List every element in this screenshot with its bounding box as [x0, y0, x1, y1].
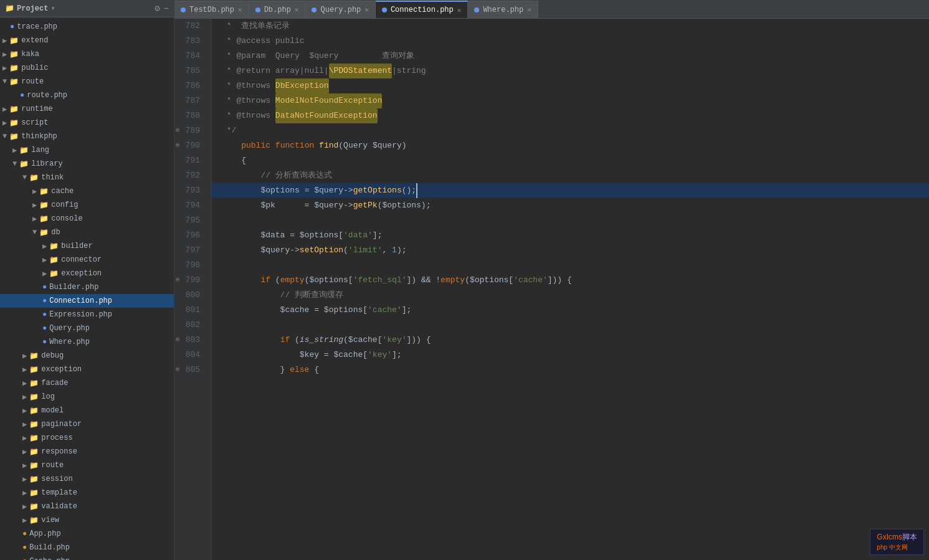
tab-label: Db.php — [264, 6, 291, 14]
sidebar-item-label: paginator — [41, 420, 82, 429]
sidebar-item-label: script — [21, 118, 48, 127]
sidebar-item-lang[interactable]: ▶ 📁 lang — [0, 143, 174, 157]
sidebar-item-kaka[interactable]: ▶ 📁 kaka — [0, 47, 174, 61]
sidebar-item-builder-php[interactable]: ● Builder.php — [0, 280, 174, 294]
editor-area: 782 783 784 785 786 787 788 ⊖ 789 ⊖ 790 … — [174, 19, 929, 560]
sidebar-item-builder[interactable]: ▶ 📁 builder — [0, 239, 174, 253]
tab-label: Where.php — [483, 6, 523, 14]
sidebar-item-build-php[interactable]: ● Build.php — [0, 541, 174, 554]
tab-query[interactable]: Query.php ✕ — [305, 1, 375, 18]
sidebar-item-debug[interactable]: ▶ 📁 debug — [0, 349, 174, 363]
sidebar-item-thinkphp[interactable]: ▼ 📁 thinkphp — [0, 130, 174, 143]
sidebar-item-db[interactable]: ▼ 📁 db — [0, 225, 174, 239]
folder-icon: 📁 — [29, 434, 39, 443]
tab-testdb[interactable]: TestDb.php ✕ — [174, 1, 249, 18]
sidebar-item-script[interactable]: ▶ 📁 script — [0, 116, 174, 130]
line-num-782: 782 — [174, 19, 205, 34]
sidebar-item-validate[interactable]: ▶ 📁 validate — [0, 500, 174, 513]
sidebar-item-route2[interactable]: ▶ 📁 route — [0, 458, 174, 472]
sidebar-item-route-php[interactable]: ● route.php — [0, 88, 174, 102]
sidebar-item-extend[interactable]: ▶ 📁 extend — [0, 34, 174, 47]
sidebar-item-response[interactable]: ▶ 📁 response — [0, 445, 174, 458]
sidebar-item-facade[interactable]: ▶ 📁 facade — [0, 376, 174, 390]
sidebar-item-console[interactable]: ▶ 📁 console — [0, 212, 174, 225]
sidebar-item-label: view — [41, 516, 59, 524]
sidebar-item-library[interactable]: ▼ 📁 library — [0, 157, 174, 171]
chevron-right-icon: ▶ — [22, 461, 27, 470]
sidebar-item-label: db — [51, 228, 60, 237]
sidebar-item-model[interactable]: ▶ 📁 model — [0, 404, 174, 417]
line-num-799: ⊖ 799 — [174, 273, 205, 288]
tab-close-connection[interactable]: ✕ — [457, 6, 462, 14]
sidebar-item-label: kaka — [21, 50, 39, 59]
sidebar-item-query-php[interactable]: ● Query.php — [0, 321, 174, 335]
sidebar-item-process[interactable]: ▶ 📁 process — [0, 431, 174, 445]
chevron-right-icon: ▶ — [22, 516, 27, 525]
chevron-right-icon: ▶ — [32, 201, 37, 210]
fold-icon[interactable]: ⊖ — [176, 333, 179, 348]
sidebar-item-view[interactable]: ▶ 📁 view — [0, 513, 174, 527]
sidebar-item-connector[interactable]: ▶ 📁 connector — [0, 253, 174, 267]
chevron-right-icon: ▶ — [2, 36, 7, 45]
chevron-down-icon: ▼ — [2, 77, 7, 86]
tab-close-query[interactable]: ✕ — [364, 6, 369, 14]
sidebar-item-paginator[interactable]: ▶ 📁 paginator — [0, 417, 174, 431]
code-comment: * @throws — [222, 108, 275, 123]
settings-icon[interactable]: ⚙ — [155, 3, 160, 14]
code-comment: * 查找单条记录 — [222, 19, 290, 34]
sidebar-item-label: Builder.php — [49, 283, 98, 292]
tab-close-db[interactable]: ✕ — [295, 6, 299, 14]
minimize-icon[interactable]: − — [164, 4, 169, 14]
code-comment: * @throws — [222, 78, 275, 93]
sidebar-item-cache[interactable]: ▶ 📁 cache — [0, 184, 174, 198]
chevron-right-icon: ▶ — [22, 434, 27, 443]
folder-icon: 📁 — [29, 475, 39, 484]
line-num-790: ⊖ 790 — [174, 138, 205, 153]
folder-icon: 📁 — [9, 64, 19, 73]
sidebar-item-label: exception — [61, 269, 102, 278]
folder-icon: 📁 — [39, 201, 49, 210]
sidebar-item-think[interactable]: ▼ 📁 think — [0, 171, 174, 184]
code-line-799: if (empty($options['fetch_sql']) && !emp… — [212, 273, 929, 288]
tab-close-testdb[interactable]: ✕ — [238, 6, 242, 14]
code-area[interactable]: * 查找单条记录 * @access public * @param Query… — [212, 19, 929, 560]
sidebar-item-log[interactable]: ▶ 📁 log — [0, 390, 174, 404]
sidebar-item-runtime[interactable]: ▶ 📁 runtime — [0, 102, 174, 116]
tab-where[interactable]: Where.php ✕ — [468, 1, 538, 18]
folder-icon: 📁 — [29, 516, 39, 525]
fold-icon[interactable]: ⊖ — [176, 123, 179, 138]
sidebar-item-cache-php[interactable]: ● Cache.php — [0, 554, 174, 560]
sidebar-item-exception[interactable]: ▶ 📁 exception — [0, 267, 174, 280]
folder-icon: 📁 — [9, 77, 19, 87]
sidebar-item-public[interactable]: ▶ 📁 public — [0, 61, 174, 75]
sidebar-item-expression-php[interactable]: ● Expression.php — [0, 308, 174, 321]
sidebar-item-connection-php[interactable]: ● Connection.php — [0, 294, 174, 308]
sidebar-item-exception2[interactable]: ▶ 📁 exception — [0, 363, 174, 376]
code-line-783: * @access public — [212, 34, 929, 49]
chevron-down-icon: ▼ — [22, 173, 27, 182]
sidebar-title: Project — [17, 4, 48, 13]
sidebar-item-template[interactable]: ▶ 📁 template — [0, 486, 174, 500]
tab-label: TestDb.php — [189, 6, 234, 14]
sidebar-item-route[interactable]: ▼ 📁 route — [0, 75, 174, 88]
sidebar-item-session[interactable]: ▶ 📁 session — [0, 472, 174, 486]
code-exception: ModelNotFoundException — [275, 93, 383, 108]
sidebar: 📁 Project ▾ ⚙ − ● trace.php ▶ 📁 extend ▶… — [0, 0, 174, 560]
sidebar-item-trace[interactable]: ● trace.php — [0, 20, 174, 34]
code-comment: * @throws — [222, 93, 275, 108]
fold-icon[interactable]: ⊖ — [176, 273, 179, 288]
tab-connection[interactable]: Connection.php ✕ — [376, 1, 468, 18]
tab-close-where[interactable]: ✕ — [527, 6, 531, 14]
code-line-800: // 判断查询缓存 — [212, 288, 929, 303]
watermark-suffix: 脚本 — [902, 533, 917, 541]
sidebar-item-app-php[interactable]: ● App.php — [0, 527, 174, 541]
fold-icon[interactable]: ⊖ — [176, 363, 179, 377]
chevron-down-icon: ▼ — [2, 132, 7, 141]
sidebar-header-icons: ⚙ − — [155, 3, 169, 14]
fold-icon[interactable]: ⊖ — [176, 138, 179, 153]
sidebar-item-where-php[interactable]: ● Where.php — [0, 335, 174, 349]
sidebar-item-label: console — [51, 214, 82, 223]
tab-db[interactable]: Db.php ✕ — [249, 1, 306, 18]
sidebar-item-config[interactable]: ▶ 📁 config — [0, 198, 174, 212]
sidebar-tree: ● trace.php ▶ 📁 extend ▶ 📁 kaka ▶ 📁 publ… — [0, 17, 174, 560]
